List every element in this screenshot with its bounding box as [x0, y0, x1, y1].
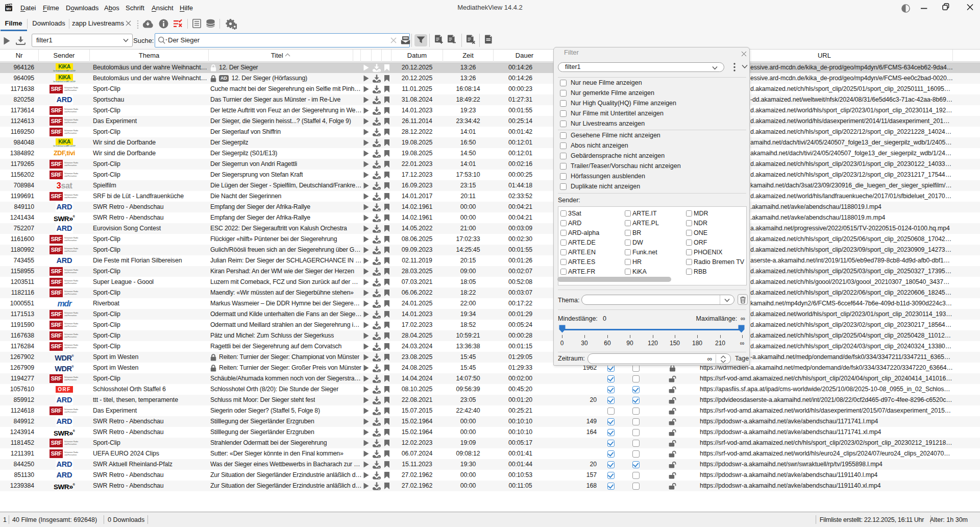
svg-text:MV: MV: [6, 7, 11, 11]
